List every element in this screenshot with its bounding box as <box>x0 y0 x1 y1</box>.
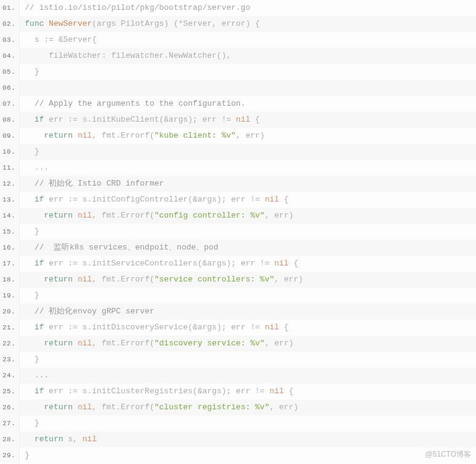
line-number: 25. <box>0 383 19 399</box>
line-number: 20. <box>0 304 19 320</box>
code-line: if err := s.initConfigController(&args);… <box>20 192 476 208</box>
line-number: 15. <box>0 224 19 240</box>
line-number: 05. <box>0 64 19 80</box>
line-number: 12. <box>0 176 19 192</box>
code-line: return nil, fmt.Errorf("config controlle… <box>20 208 476 224</box>
line-number: 01. <box>0 0 19 16</box>
code-line: } <box>20 224 476 240</box>
code-line: return nil, fmt.Errorf("kube client: %v"… <box>20 128 476 144</box>
line-number: 23. <box>0 352 19 368</box>
line-number: 28. <box>0 431 19 447</box>
line-number: 02. <box>0 16 19 32</box>
code-line: // 初始化 Istio CRD informer <box>20 176 476 192</box>
code-line: return nil, fmt.Errorf("service controll… <box>20 272 476 288</box>
code-line: } <box>20 288 476 304</box>
line-number: 27. <box>0 415 19 431</box>
code-line: s := &Server{ <box>20 32 476 48</box>
line-number: 22. <box>0 336 19 352</box>
code-line: if err := s.initDiscoveryService(&args);… <box>20 320 476 336</box>
line-number: 06. <box>0 80 19 96</box>
line-number: 21. <box>0 320 19 336</box>
line-number: 13. <box>0 192 19 208</box>
code-line: return nil, fmt.Errorf("discovery servic… <box>20 336 476 352</box>
line-number-gutter: 01.02.03.04.05.06.07.08.09.10.11.12.13.1… <box>0 0 20 463</box>
line-number: 24. <box>0 368 19 383</box>
line-number: 18. <box>0 272 19 288</box>
code-line: if err := s.initKubeClient(&args); err !… <box>20 112 476 128</box>
code-line: ... <box>20 160 476 176</box>
code-line: } <box>20 352 476 368</box>
code-line: if err := s.initClusterRegistries(&args)… <box>20 383 476 399</box>
line-number: 10. <box>0 144 19 160</box>
code-line: // Apply the arguments to the configurat… <box>20 96 476 112</box>
code-line: } <box>20 447 476 463</box>
line-number: 09. <box>0 128 19 144</box>
code-line: } <box>20 64 476 80</box>
line-number: 08. <box>0 112 19 128</box>
code-line <box>20 80 476 96</box>
code-line: // istio.io/istio/pilot/pkg/bootstrap/se… <box>20 0 476 16</box>
code-line: if err := s.initServiceControllers(&args… <box>20 256 476 272</box>
line-number: 29. <box>0 447 19 463</box>
line-number: 16. <box>0 240 19 256</box>
code-line: // 初始化envoy gRPC server <box>20 304 476 320</box>
line-number: 07. <box>0 96 19 112</box>
code-block: 01.02.03.04.05.06.07.08.09.10.11.12.13.1… <box>0 0 476 463</box>
code-line: return nil, fmt.Errorf("cluster registri… <box>20 399 476 415</box>
code-line: fileWatcher: filewatcher.NewWatcher(), <box>20 48 476 64</box>
code-content: // istio.io/istio/pilot/pkg/bootstrap/se… <box>20 0 476 463</box>
code-line: } <box>20 415 476 431</box>
line-number: 26. <box>0 399 19 415</box>
line-number: 19. <box>0 288 19 304</box>
line-number: 14. <box>0 208 19 224</box>
code-line: ... <box>20 368 476 383</box>
code-line: func NewServer(args PilotArgs) (*Server,… <box>20 16 476 32</box>
line-number: 03. <box>0 32 19 48</box>
line-number: 17. <box>0 256 19 272</box>
line-number: 04. <box>0 48 19 64</box>
watermark: @51CTO博客 <box>425 449 471 460</box>
code-line: return s, nil <box>20 431 476 447</box>
code-line: // 监听k8s services、endpoit、node、pod <box>20 240 476 256</box>
code-line: } <box>20 144 476 160</box>
line-number: 11. <box>0 160 19 176</box>
